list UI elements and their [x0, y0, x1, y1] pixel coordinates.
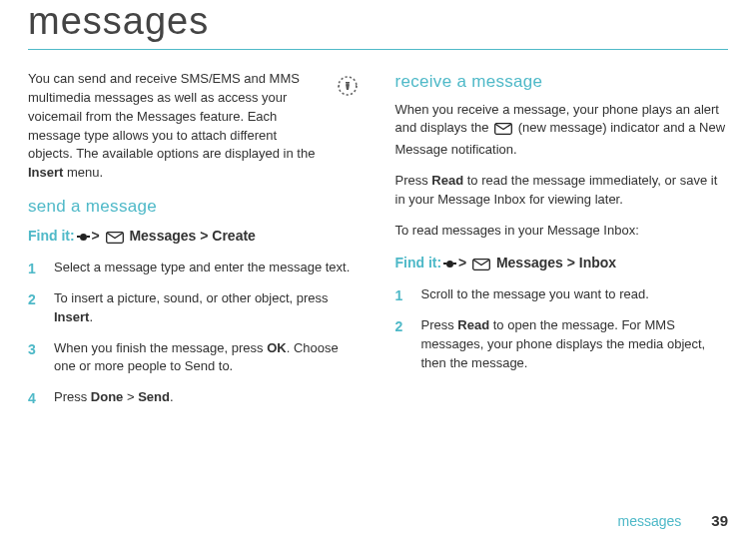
list-item: Press Done > Send.	[28, 388, 362, 407]
step-text: To insert a picture, sound, or other obj…	[54, 290, 329, 305]
page-footer: messages 39	[618, 512, 729, 529]
step-text: When you finish the message, press	[54, 340, 267, 355]
p2-text-a: Press	[395, 173, 432, 188]
messages-label: Messages	[126, 228, 197, 244]
svg-rect-1	[346, 82, 350, 84]
center-key-icon	[80, 234, 87, 241]
step-text: Scroll to the message you want to read.	[421, 286, 649, 301]
receive-heading: receive a message	[395, 70, 729, 95]
ok-label: OK	[267, 340, 287, 355]
svg-rect-2	[347, 83, 349, 85]
step-text: .	[170, 389, 174, 404]
list-item: Press Read to open the message. For MMS …	[395, 316, 729, 373]
receive-p3: To read messages in your Message Inbox:	[395, 222, 729, 241]
intro-text-before: You can send and receive SMS/EMS and MMS…	[28, 71, 315, 161]
receive-find-it: Find it: > Messages > Inbox	[395, 253, 729, 275]
path-sep: >	[88, 228, 104, 244]
send-heading: send a message	[28, 195, 362, 220]
footer-page-number: 39	[711, 512, 728, 529]
read-label: Read	[457, 317, 489, 332]
find-it-label: Find it:	[395, 255, 446, 270]
find-it-label: Find it:	[28, 228, 79, 244]
list-item: When you finish the message, press OK. C…	[28, 339, 362, 377]
center-key-icon	[446, 261, 453, 268]
step-text: >	[123, 389, 138, 404]
path-sep: >	[196, 228, 212, 244]
footer-section-label: messages	[618, 513, 682, 529]
step-text: Press	[54, 389, 91, 404]
insert-label: Insert	[54, 309, 89, 324]
path-sep: >	[454, 255, 470, 270]
send-steps: Select a message type and enter the mess…	[28, 259, 362, 407]
send-find-it: Find it: > Messages > Create	[28, 226, 362, 249]
left-column: You can send and receive SMS/EMS and MMS…	[28, 70, 362, 419]
step-text: .	[89, 309, 93, 324]
divider	[28, 49, 728, 50]
intro-paragraph: You can send and receive SMS/EMS and MMS…	[28, 70, 362, 183]
page-title: messages	[28, 0, 728, 43]
envelope-icon	[494, 122, 512, 141]
inbox-label: Inbox	[579, 255, 616, 270]
receive-find-it-path: > Messages > Inbox	[445, 255, 616, 270]
receive-p1: When you receive a message, your phone p…	[395, 101, 729, 161]
send-find-it-path: > Messages > Create	[79, 228, 256, 244]
step-text: Select a message type and enter the mess…	[54, 260, 350, 274]
intro-text-after: menu.	[63, 165, 103, 180]
done-label: Done	[91, 389, 124, 404]
receive-p2: Press Read to read the message immediate…	[395, 172, 729, 210]
receive-steps: Scroll to the message you want to read. …	[395, 285, 729, 372]
network-dependent-icon	[334, 72, 362, 106]
step-text: Press	[421, 317, 458, 332]
list-item: Scroll to the message you want to read.	[395, 285, 729, 304]
list-item: Select a message type and enter the mess…	[28, 259, 362, 277]
create-label: Create	[212, 228, 256, 244]
path-sep: >	[563, 255, 579, 270]
content-columns: You can send and receive SMS/EMS and MMS…	[28, 70, 728, 419]
send-label: Send	[138, 389, 170, 404]
envelope-icon	[472, 256, 490, 275]
envelope-icon	[106, 229, 124, 249]
right-column: receive a message When you receive a mes…	[395, 70, 729, 419]
messages-label: Messages	[492, 255, 563, 270]
list-item: To insert a picture, sound, or other obj…	[28, 289, 362, 327]
read-label: Read	[431, 173, 463, 188]
intro-insert-label: Insert	[28, 165, 63, 180]
